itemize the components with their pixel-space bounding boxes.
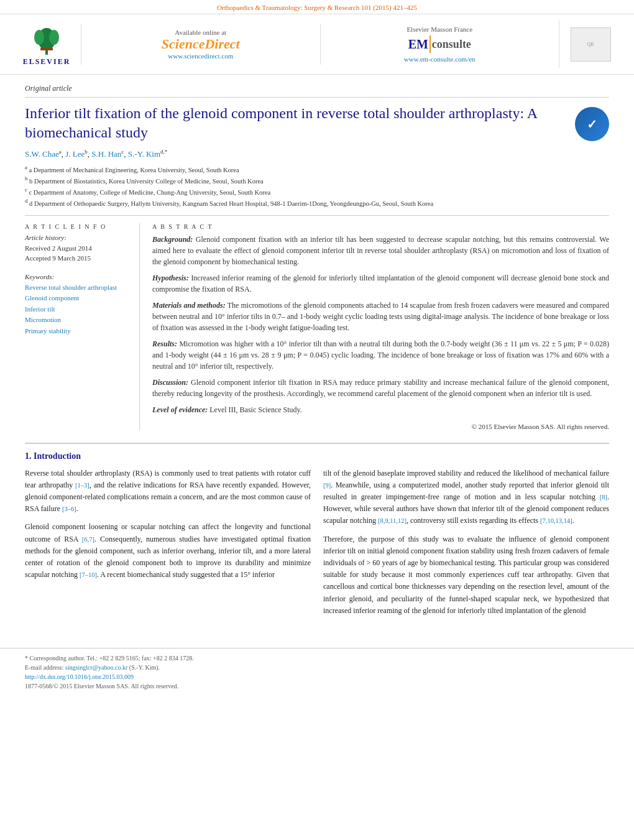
doi-line: http://dx.doi.org/10.1016/j.otsr.2015.03… — [25, 673, 609, 680]
em-consulte-url[interactable]: www.em-consulte.com/en — [333, 55, 547, 63]
ref-3-6: [3–6] — [62, 505, 76, 512]
journal-header: Orthopaedics & Traumatology: Surgery & R… — [0, 0, 634, 14]
received-date: Received 2 August 2014 — [25, 243, 130, 254]
affiliations-block: a a Department of Mechanical Engineering… — [25, 164, 609, 216]
crossmark-badge[interactable]: ✓ — [575, 107, 609, 141]
keyword-1: Reverse total shoulder arthroplast — [25, 282, 130, 293]
keywords-section: Keywords: Reverse total shoulder arthrop… — [25, 273, 130, 337]
keyword-5: Primary stability — [25, 326, 130, 337]
discussion-label: Discussion: — [152, 378, 188, 387]
affiliation-b: b b Department of Biostatistics, Korea U… — [25, 175, 609, 186]
article-title: Inferior tilt fixation of the glenoid co… — [25, 104, 609, 142]
hypothesis-label: Hypothesis: — [152, 274, 189, 282]
section-number: 1. — [25, 451, 32, 461]
ref-6-7: [6,7] — [82, 536, 94, 543]
article-title-text: Inferior tilt fixation of the glenoid co… — [25, 105, 537, 141]
affiliation-c: c c Department of Anatomy, College of Me… — [25, 186, 609, 197]
history-label: Article history: — [25, 234, 130, 241]
corresponding-note: * Corresponding author. Tel.: +82 2 829 … — [25, 655, 609, 662]
introduction-title: 1. Introduction — [25, 451, 609, 461]
copyright-line: © 2015 Elsevier Masson SAS. All rights r… — [152, 420, 609, 430]
ref-1-3: [1–3] — [75, 482, 90, 489]
qr-code-image: QR — [571, 27, 611, 62]
intro-para-2: Glenoid component loosening or scapular … — [25, 521, 311, 581]
results-label: Results: — [152, 339, 177, 348]
ref-8: [8] — [600, 494, 607, 501]
author-sy-kim: S.-Y. Kim — [128, 150, 160, 159]
abstract-level: Level of evidence: Level III, Basic Scie… — [152, 404, 609, 415]
page: Orthopaedics & Traumatology: Surgery & R… — [0, 0, 634, 840]
available-text: Available online at — [94, 29, 308, 36]
journal-title: Orthopaedics & Traumatology: Surgery & R… — [217, 4, 417, 11]
article-info-header: A R T I C L E I N F O — [25, 223, 130, 230]
svg-rect-4 — [40, 48, 53, 50]
keyword-3: Inferior tilt — [25, 304, 130, 315]
em-bar-divider — [430, 35, 431, 53]
abstract-header: A B S T R A C T — [152, 223, 609, 230]
author-sw-chae: S.W. Chae — [25, 150, 59, 159]
section-title-text: Introduction — [34, 451, 81, 461]
elsevier-tree-icon — [28, 22, 65, 56]
email-note: E-mail address: singsinglcr@yahoo.co.kr … — [25, 664, 609, 671]
abstract-hypothesis: Hypothesis: Increased inferior reaming o… — [152, 272, 609, 295]
intro-body-columns: Reverse total shoulder arthroplasty (RSA… — [25, 468, 609, 623]
page-footer: * Corresponding author. Tel.: +82 2 829 … — [0, 648, 634, 698]
intro-right-column: tilt of the glenoid baseplate improved s… — [323, 468, 609, 623]
results-text: Micromotion was higher with a 10° inferi… — [152, 339, 609, 371]
ref-7-10: [7–10] — [80, 571, 97, 578]
hypothesis-text: Increased inferior reaming of the glenoi… — [152, 274, 609, 293]
intro-para-1: Reverse total shoulder arthroplasty (RSA… — [25, 468, 311, 515]
qr-code-block: QR — [559, 24, 622, 65]
keywords-label: Keywords: — [25, 273, 130, 280]
keyword-2: Glenoid component — [25, 293, 130, 304]
discussion-text: Glenoid component inferior tilt fixation… — [152, 378, 609, 398]
article-type: Original article — [25, 84, 609, 98]
em-consulte-brand: EM consulte — [333, 35, 547, 53]
level-label: Level of evidence: — [152, 405, 208, 414]
elsevier-masson-text: Elsevier Masson France — [333, 25, 547, 33]
author-sh-han: S.H. Han — [91, 150, 121, 159]
intro-para-4: Therefore, the purpose of this study was… — [323, 533, 609, 617]
affiliation-d: d d Department of Orthopaedic Surgery, H… — [25, 197, 609, 208]
abstract-discussion: Discussion: Glenoid component inferior t… — [152, 377, 609, 399]
abstract-column: A B S T R A C T Background: Glenoid comp… — [152, 223, 609, 430]
methods-label: Materials and methods: — [152, 301, 226, 310]
email-owner: (S.-Y. Kim). — [129, 664, 160, 671]
sciencedirect-brand[interactable]: ScienceDirect — [94, 36, 308, 52]
abstract-block: Background: Glenoid component fixation w… — [152, 234, 609, 430]
svg-point-2 — [34, 30, 44, 45]
sciencedirect-url[interactable]: www.sciencedirect.com — [94, 52, 308, 60]
author-j-lee: J. Lee — [65, 150, 85, 159]
keyword-4: Micromotion — [25, 315, 130, 326]
email-address[interactable]: singsinglcr@yahoo.co.kr — [65, 664, 127, 671]
issn-line: 1877-0568/© 2015 Elsevier Masson SAS. Al… — [25, 683, 609, 690]
intro-left-column: Reverse total shoulder arthroplasty (RSA… — [25, 468, 311, 623]
consulte-letters: consulte — [432, 38, 471, 51]
info-abstract-columns: A R T I C L E I N F O Article history: R… — [25, 223, 609, 430]
abstract-methods: Materials and methods: The micromotions … — [152, 300, 609, 333]
sciencedirect-block: Available online at ScienceDirect www.sc… — [81, 24, 321, 65]
ref-9: [9] — [323, 482, 331, 489]
article-history: Article history: Received 2 August 2014 … — [25, 234, 130, 264]
doi-url[interactable]: http://dx.doi.org/10.1016/j.otsr.2015.03… — [25, 673, 134, 680]
level-text: Level III, Basic Science Study. — [209, 405, 302, 414]
background-label: Background: — [152, 235, 193, 244]
main-content: Original article Inferior tilt fixation … — [0, 75, 634, 635]
ref-7-10-13-14: [7,10,13,14] — [540, 517, 572, 524]
elsevier-label: ELSEVIER — [23, 57, 71, 67]
header-logos: ELSEVIER Available online at ScienceDire… — [0, 14, 634, 75]
abstract-background: Background: Glenoid component fixation w… — [152, 234, 609, 267]
intro-para-3: tilt of the glenoid baseplate improved s… — [323, 468, 609, 527]
em-consulte-block: Elsevier Masson France EM consulte www.e… — [321, 21, 560, 68]
issn-text: 1877-0568/© 2015 Elsevier Masson SAS. Al… — [25, 683, 178, 690]
authors-line: S.W. Chaea, J. Leeb, S.H. Hanc, S.-Y. Ki… — [25, 149, 609, 159]
ref-8-9-11-12: [8,9,11,12] — [378, 517, 407, 524]
elsevier-logo: ELSEVIER — [12, 22, 81, 67]
accepted-date: Accepted 9 March 2015 — [25, 253, 130, 264]
corresponding-note-text: * Corresponding author. Tel.: +82 2 829 … — [25, 655, 194, 662]
affiliation-a: a a Department of Mechanical Engineering… — [25, 164, 609, 175]
background-text: Glenoid component fixation with an infer… — [152, 235, 609, 266]
email-label: E-mail address: — [25, 664, 63, 671]
introduction-section: 1. Introduction Reverse total shoulder a… — [25, 443, 609, 623]
svg-point-3 — [49, 30, 59, 45]
